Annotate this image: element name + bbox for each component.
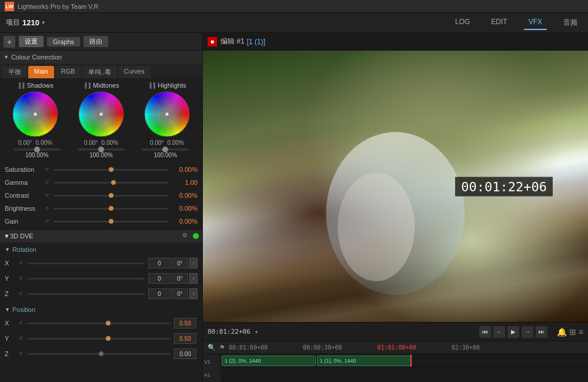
rotation-y-deg[interactable]: 0°	[172, 273, 188, 284]
cc-tab-rgb[interactable]: RGB	[55, 66, 81, 78]
rotation-y-btn[interactable]: !	[189, 273, 198, 284]
midtones-slider-thumb	[98, 147, 104, 152]
gamma-thumb	[111, 180, 116, 185]
transport-to-start[interactable]: ⏮	[479, 326, 491, 338]
highlights-values: 0.00° 0.00%	[150, 139, 184, 146]
rotation-z-label: Z	[5, 290, 16, 297]
wheels-section: ▐▐ Shadows 0.00° 0.00%	[0, 78, 202, 162]
timeline-header: 🔍 ⚑ 00:01:00+00 00:00:30+00 01:01:00+00 …	[203, 341, 588, 354]
rotation-z-btn[interactable]: !	[189, 288, 198, 299]
transport-to-end[interactable]: ⏭	[536, 326, 547, 338]
rotation-title: Rotation	[12, 246, 36, 253]
highlights-wheel[interactable]	[143, 91, 191, 138]
position-y-slider[interactable]	[27, 338, 171, 340]
rotation-y-slider[interactable]	[27, 278, 145, 280]
rotation-x-value[interactable]: 0	[148, 258, 171, 268]
saturation-value: 0.00%	[171, 166, 198, 173]
midtones-value1: 0.00°	[84, 139, 98, 146]
colour-correction-section: ▼ Colour Correction 平衡 Main RGB 单纯..毒 Cu…	[0, 51, 202, 230]
track-clip-2[interactable]: 1 (1), 0%, 1440	[317, 356, 411, 366]
nav-tab-audio[interactable]: 音频	[559, 15, 582, 30]
position-x-value[interactable]: 0.50	[174, 318, 196, 328]
rotation-header[interactable]: ▼ Rotation	[5, 244, 198, 255]
dve-section-header[interactable]: ▼ 3D DVE ⚙	[0, 230, 202, 243]
rotation-z-row: Z ↺ 0 0° !	[5, 286, 198, 301]
brightness-slider[interactable]	[54, 208, 169, 210]
rotation-z-reset[interactable]: ↺	[16, 291, 25, 297]
transport-menu-icon[interactable]: ≡	[579, 327, 583, 337]
midtones-wheel[interactable]	[78, 91, 125, 138]
nav-tab-vfx[interactable]: VFX	[524, 15, 547, 30]
position-y-value[interactable]: 0.50	[174, 333, 196, 344]
timeline-icon-search[interactable]: 🔍	[208, 344, 216, 351]
video-timecode: 00:01:22+06	[455, 177, 553, 196]
saturation-reset[interactable]: ↺	[43, 165, 51, 174]
saturation-slider[interactable]	[54, 169, 169, 171]
tab-graphs[interactable]: Graphs	[47, 37, 80, 46]
transport-bell-icon[interactable]: 🔔	[557, 327, 567, 337]
transport-dropdown-icon[interactable]: ▾	[255, 329, 258, 335]
highlights-slider[interactable]	[142, 148, 189, 151]
highlights-value2: 0.00%	[168, 139, 184, 146]
shadows-slider[interactable]	[14, 148, 61, 151]
wheels-row: ▐▐ Shadows 0.00° 0.00%	[2, 82, 200, 146]
brightness-reset[interactable]: ↺	[43, 204, 51, 212]
cc-tab-curves[interactable]: Curves	[118, 66, 151, 78]
timeline-timecodes: 00:01:00+00 00:00:30+00 01:01:00+00 02:3…	[229, 344, 583, 351]
position-y-reset[interactable]: ↺	[16, 336, 25, 341]
contrast-slider[interactable]	[54, 195, 169, 197]
track-clip-1[interactable]: 1 (2), 0%, 1440	[222, 356, 316, 366]
midtones-icon: ▐▐	[83, 82, 91, 88]
gain-slider[interactable]	[54, 221, 169, 222]
rotation-x-deg[interactable]: 0°	[172, 258, 188, 268]
midtones-slider-value: 100.00%	[89, 152, 112, 158]
position-z-slider[interactable]	[27, 353, 171, 355]
gain-reset[interactable]: ↺	[43, 217, 51, 225]
rotation-x-label: X	[5, 260, 16, 267]
shadows-wheel[interactable]	[12, 91, 59, 138]
transport-step-back[interactable]: ←	[493, 326, 505, 338]
position-header[interactable]: ▼ Position	[5, 304, 198, 315]
rotation-y-reset[interactable]: ↺	[16, 275, 25, 281]
position-z-label: Z	[5, 350, 16, 357]
tab-routing[interactable]: 路由	[83, 36, 108, 47]
rotation-y-value[interactable]: 0	[148, 273, 171, 284]
brightness-value: 0.00%	[171, 205, 198, 212]
cc-tab-mono[interactable]: 单纯..毒	[82, 66, 117, 78]
rotation-x-reset[interactable]: ↺	[16, 260, 25, 266]
timeline-icon-flag[interactable]: ⚑	[219, 344, 225, 351]
rotation-z-slider[interactable]	[27, 293, 145, 295]
position-x-slider[interactable]	[27, 323, 171, 324]
brightness-row: Brightness ↺ 0.00%	[5, 202, 198, 215]
position-z-value[interactable]: 0.00	[174, 348, 196, 359]
cc-tab-balance[interactable]: 平衡	[2, 66, 27, 78]
position-collapse-icon: ▼	[5, 307, 10, 313]
project-label: 项目	[6, 18, 20, 28]
gain-row: Gain ↺ 0.00%	[5, 215, 198, 228]
gamma-slider[interactable]	[54, 182, 169, 184]
transport-play[interactable]: ▶	[507, 326, 519, 338]
params-section: Saturation ↺ 0.00% Gamma ↺ 1.00	[0, 162, 202, 229]
rotation-x-btn[interactable]: !	[189, 258, 198, 268]
rotation-z-deg[interactable]: 0°	[172, 288, 188, 299]
position-z-reset[interactable]: ↺	[16, 351, 25, 357]
add-button[interactable]: +	[4, 36, 15, 48]
transport-grid-icon[interactable]: ⊞	[569, 327, 576, 337]
nav-tab-log[interactable]: LOG	[450, 15, 475, 30]
tab-settings[interactable]: 设置	[19, 36, 44, 47]
project-dropdown-arrow[interactable]: ▾	[42, 19, 45, 26]
highlights-label: Highlights	[158, 82, 186, 89]
nav-tab-edit[interactable]: EDIT	[486, 15, 512, 30]
dve-link-icon[interactable]: ⚙	[182, 232, 191, 240]
transport-step-forward[interactable]: →	[522, 326, 533, 338]
nav-tabs: LOG EDIT VFX 音频	[450, 15, 582, 30]
gamma-reset[interactable]: ↺	[43, 178, 51, 187]
contrast-reset[interactable]: ↺	[43, 191, 51, 200]
cc-tab-main[interactable]: Main	[28, 66, 54, 78]
midtones-slider[interactable]	[78, 148, 125, 151]
position-x-reset[interactable]: ↺	[16, 320, 25, 326]
cc-section-header[interactable]: ▼ Colour Correction	[0, 51, 202, 64]
rotation-x-slider[interactable]	[27, 263, 145, 264]
rotation-z-value[interactable]: 0	[148, 288, 171, 299]
position-z-thumb	[99, 351, 103, 356]
